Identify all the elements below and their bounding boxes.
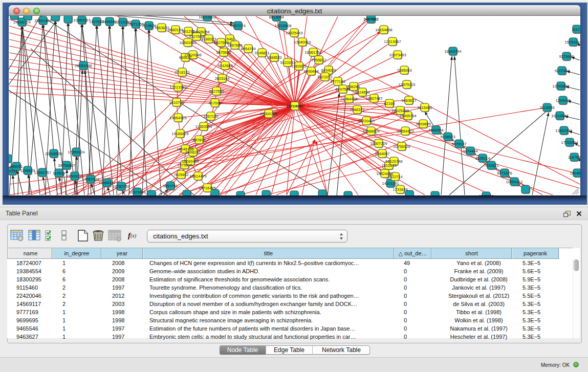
svg-text:7625402: 7625402: [173, 172, 188, 177]
svg-text:546: 546: [227, 37, 233, 41]
svg-text:1640954: 1640954: [428, 128, 443, 133]
svg-text:1804507: 1804507: [570, 171, 580, 176]
svg-text:8454749: 8454749: [241, 47, 255, 51]
svg-text:12213967: 12213967: [384, 39, 401, 44]
svg-text:989617: 989617: [179, 55, 191, 60]
svg-text:15751074: 15751074: [564, 40, 580, 45]
svg-text:13640910: 13640910: [294, 40, 311, 45]
svg-text:39151: 39151: [9, 169, 17, 173]
svg-text:9146821: 9146821: [254, 51, 269, 55]
svg-text:62160: 62160: [384, 101, 395, 106]
svg-text:14495794: 14495794: [399, 114, 416, 118]
svg-text:10807487: 10807487: [365, 96, 382, 101]
svg-text:12505135: 12505135: [66, 174, 83, 179]
svg-text:11353594: 11353594: [195, 124, 212, 129]
svg-text:19654925: 19654925: [169, 116, 186, 120]
svg-text:16543362: 16543362: [179, 40, 196, 45]
svg-text:12093822: 12093822: [552, 84, 569, 89]
svg-text:1588520: 1588520: [267, 55, 281, 60]
svg-text:9245012: 9245012: [478, 194, 493, 196]
svg-text:2803144: 2803144: [214, 76, 229, 81]
svg-text:887833: 887833: [192, 138, 205, 142]
svg-text:13325419: 13325419: [286, 31, 302, 35]
svg-text:9242848: 9242848: [217, 63, 232, 68]
svg-text:1733426: 1733426: [393, 187, 407, 192]
svg-text:3215955: 3215955: [539, 105, 554, 110]
svg-text:15720407: 15720407: [358, 119, 375, 123]
svg-text:6879197: 6879197: [451, 142, 466, 146]
svg-text:10210643: 10210643: [551, 114, 568, 118]
svg-text:12213383: 12213383: [169, 85, 186, 90]
svg-text:24055724: 24055724: [13, 20, 30, 25]
svg-text:16961758: 16961758: [304, 50, 321, 55]
svg-text:10756928: 10756928: [393, 144, 410, 149]
svg-text:39758867: 39758867: [58, 163, 75, 168]
svg-text:3267130: 3267130: [203, 114, 218, 119]
svg-text:8813054: 8813054: [269, 16, 284, 19]
svg-text:1362615: 1362615: [291, 64, 306, 69]
svg-text:12942757: 12942757: [34, 170, 51, 175]
svg-text:9084067: 9084067: [375, 151, 389, 156]
svg-text:11121: 11121: [572, 27, 580, 32]
svg-text:8427552: 8427552: [209, 89, 224, 94]
svg-text:2522714: 2522714: [387, 174, 402, 179]
svg-text:20691406: 20691406: [34, 18, 51, 23]
svg-text:10025433: 10025433: [391, 108, 408, 113]
svg-text:16033809: 16033809: [199, 16, 215, 19]
svg-text:9115460: 9115460: [418, 105, 432, 110]
svg-text:19654923: 19654923: [397, 129, 413, 134]
svg-text:1244415: 1244415: [555, 98, 570, 103]
svg-text:16154838: 16154838: [375, 28, 392, 32]
svg-text:16120746: 16120746: [385, 159, 402, 164]
svg-text:16914479: 16914479: [189, 174, 206, 179]
svg-text:26053346: 26053346: [75, 63, 92, 68]
svg-text:2718170: 2718170: [175, 70, 189, 75]
svg-text:114519: 114519: [53, 171, 65, 176]
svg-text:417006: 417006: [208, 101, 221, 105]
svg-text:2487682: 2487682: [363, 17, 378, 21]
svg-text:9474444: 9474444: [463, 149, 477, 154]
svg-text:7357274: 7357274: [230, 24, 245, 28]
svg-text:2935114: 2935114: [475, 156, 490, 161]
svg-text:13692971: 13692971: [555, 128, 572, 133]
svg-text:7485063: 7485063: [397, 68, 411, 73]
svg-text:14191141: 14191141: [382, 181, 399, 186]
svg-text:746266: 746266: [347, 84, 360, 89]
svg-text:9657791: 9657791: [163, 184, 178, 188]
svg-text:12975115: 12975115: [399, 82, 416, 87]
svg-text:16099489: 16099489: [182, 159, 199, 164]
svg-text:12323466: 12323466: [128, 190, 145, 194]
svg-text:8471676: 8471676: [497, 171, 512, 176]
svg-text:1621072: 1621072: [317, 75, 332, 79]
svg-text:(x): (x): [130, 233, 137, 239]
svg-text:17359924: 17359924: [68, 150, 84, 155]
svg-text:18307209: 18307209: [370, 141, 387, 146]
svg-text:20206535: 20206535: [45, 151, 62, 156]
svg-text:8960124: 8960124: [168, 28, 183, 32]
svg-text:10688609: 10688609: [362, 129, 379, 134]
svg-text:17016504: 17016504: [561, 140, 578, 145]
svg-text:17957223: 17957223: [82, 177, 99, 182]
svg-text:1610755: 1610755: [169, 100, 184, 105]
svg-text:10973493: 10973493: [389, 53, 406, 57]
svg-text:23226058: 23226058: [192, 30, 209, 34]
svg-text:116753: 116753: [568, 155, 580, 160]
svg-text:7663822: 7663822: [154, 26, 169, 30]
svg-text:21364436: 21364436: [340, 97, 357, 101]
svg-text:6794028: 6794028: [321, 68, 336, 73]
svg-text:5875685: 5875685: [216, 50, 231, 55]
svg-text:16782759: 16782759: [113, 184, 129, 189]
svg-text:1615172: 1615172: [381, 163, 396, 168]
svg-text:1156829: 1156829: [20, 168, 35, 173]
svg-text:9329946: 9329946: [559, 54, 574, 59]
svg-text:9699695: 9699695: [416, 122, 430, 126]
svg-text:10653267: 10653267: [73, 18, 90, 23]
svg-text:8990448: 8990448: [303, 69, 318, 74]
svg-text:15716485: 15716485: [199, 186, 215, 190]
svg-text:25300205: 25300205: [260, 112, 277, 116]
svg-text:9498212: 9498212: [185, 150, 200, 155]
svg-text:9777169: 9777169: [330, 79, 345, 84]
svg-text:9463627: 9463627: [401, 98, 416, 103]
svg-text:3624554: 3624554: [355, 90, 369, 95]
svg-text:7955812: 7955812: [311, 58, 326, 62]
